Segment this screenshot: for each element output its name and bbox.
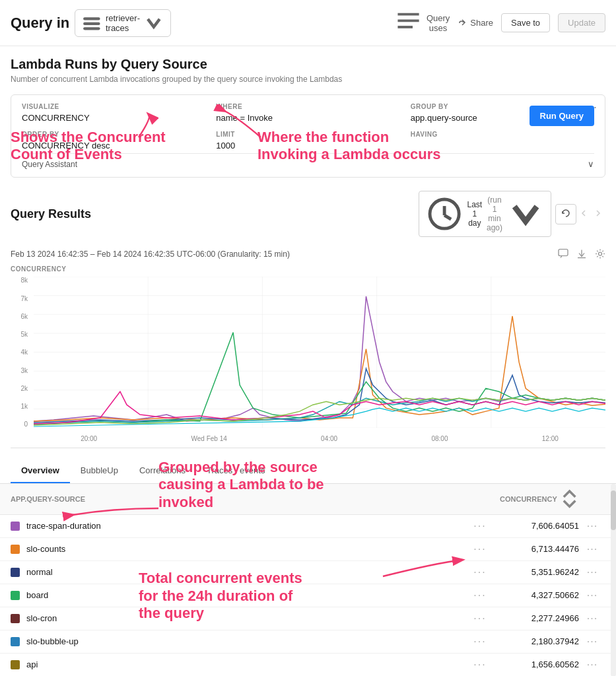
row-value-6: 1,656.60562	[500, 659, 579, 669]
time-range-label: Last 1 day	[467, 200, 482, 228]
share-button[interactable]: Share	[458, 18, 493, 28]
row-name-2: normal	[26, 567, 460, 577]
row-name-6: api	[26, 659, 460, 669]
svg-line-10	[444, 215, 451, 219]
row-dots-0: ···	[460, 520, 500, 532]
header: Query in retriever-traces	[0, 0, 616, 46]
results-title: Query Results	[11, 207, 419, 221]
row-color-1	[11, 545, 20, 554]
table-row: slo-cron ··· 2,277.24966 ···	[0, 607, 616, 630]
table-row: board ··· 4,327.50662 ···	[0, 584, 616, 607]
query-in-label: Query in	[11, 15, 69, 32]
row-value-1: 6,713.44476	[500, 544, 579, 554]
save-to-button[interactable]: Save to	[501, 13, 550, 32]
row-dots-4: ···	[460, 613, 500, 625]
y-label-5k: 5k	[20, 331, 28, 338]
dataset-icon	[82, 13, 102, 33]
row-value-0: 7,606.64051	[500, 521, 579, 531]
table-row: slo-bubble-up ··· 2,180.37942 ···	[0, 630, 616, 654]
row-name-3: board	[26, 590, 460, 600]
update-button[interactable]: Update	[558, 13, 605, 32]
header-right: Query uses Share Save to Update	[394, 8, 605, 38]
row-color-3	[11, 591, 20, 600]
row-name-4: slo-cron	[26, 613, 460, 623]
tab-correlations[interactable]: Correlations	[129, 459, 196, 483]
having-field: HAVING	[411, 131, 594, 151]
refresh-button[interactable]	[555, 204, 576, 224]
arrow-right-icon	[594, 209, 603, 218]
query-assistant-label: Query Assistant	[22, 160, 77, 169]
nav-left-button[interactable]	[576, 206, 591, 222]
row-actions-4[interactable]: ···	[579, 613, 605, 625]
dataset-name: retriever-traces	[106, 13, 140, 33]
list-icon	[394, 8, 423, 38]
row-value-5: 2,180.37942	[500, 636, 579, 646]
row-color-4	[11, 614, 20, 623]
svg-rect-2	[83, 27, 100, 30]
col-concurrency-header[interactable]: CONCURRENCY	[500, 489, 579, 508]
x-label-1200: 12:00	[542, 435, 559, 442]
scrollbar-thumb	[611, 490, 616, 530]
date-range: Feb 13 2024 16:42:35 – Feb 14 2024 16:42…	[11, 250, 290, 259]
run-query-button[interactable]: Run Query	[530, 106, 594, 126]
y-label-2k: 2k	[20, 385, 28, 392]
scrollbar[interactable]	[611, 484, 616, 676]
x-label-2000: 20:00	[81, 435, 97, 442]
y-axis: 8k 7k 6k 5k 4k 3k 2k 1k 0	[11, 277, 30, 428]
where-field: WHERE name = Invoke	[216, 103, 399, 123]
row-actions-0[interactable]: ···	[579, 520, 605, 532]
chart-inner	[34, 277, 605, 428]
row-color-5	[11, 637, 20, 646]
row-name-0: trace-span-duration	[26, 521, 460, 531]
arrow-left-icon	[579, 209, 588, 218]
tab-bubbleup[interactable]: BubbleUp	[70, 459, 129, 483]
download-icon[interactable]	[576, 248, 587, 260]
page-title: Lambda Runs by Query Source	[11, 57, 605, 72]
query-builder-row1: VISUALIZE CONCURRENCY WHERE name = Invok…	[22, 103, 594, 123]
svg-rect-0	[83, 17, 100, 20]
tab-overview[interactable]: Overview	[11, 459, 70, 483]
tab-traces-events[interactable]: Traces . events	[196, 459, 275, 483]
row-actions-5[interactable]: ···	[579, 636, 605, 648]
row-actions-6[interactable]: ···	[579, 659, 605, 671]
time-range-button[interactable]: Last 1 day (run 1 min ago)	[419, 191, 551, 237]
chevron-down-icon	[144, 13, 164, 33]
refresh-icon	[561, 209, 570, 218]
title-area: Lambda Runs by Query Source Number of co…	[0, 46, 616, 89]
visualize-field: VISUALIZE CONCURRENCY	[22, 103, 205, 123]
settings-icon[interactable]	[595, 248, 605, 260]
svg-rect-11	[559, 250, 568, 256]
table-row: trace-span-duration ··· 7,606.64051 ···	[0, 515, 616, 538]
table-row: api ··· 1,656.60562 ···	[0, 654, 616, 676]
table-header: app.query-source CONCURRENCY	[0, 484, 616, 514]
sort-icon	[560, 489, 579, 508]
comment-icon[interactable]	[558, 248, 568, 260]
svg-rect-1	[83, 22, 100, 24]
query-uses-button[interactable]: Query uses	[394, 8, 450, 38]
query-assistant-chevron[interactable]: ∨	[588, 159, 594, 169]
col-source-header: app.query-source	[11, 495, 460, 503]
x-axis: 20:00 Wed Feb 14 04:00 08:00 12:00	[34, 429, 605, 448]
table-row: slo-counts ··· 6,713.44476 ···	[0, 538, 616, 561]
chart-container: 8k 7k 6k 5k 4k 3k 2k 1k 0	[11, 277, 605, 448]
y-label-3k: 3k	[20, 367, 28, 374]
row-value-2: 5,351.96242	[500, 567, 579, 577]
page-subtitle: Number of concurrent Lambda invocations …	[11, 75, 605, 84]
results-header: Query Results Last 1 day (run 1 min ago)	[0, 183, 616, 245]
x-label-wed: Wed Feb 14	[191, 435, 227, 442]
results-meta-right	[558, 248, 605, 260]
row-color-2	[11, 568, 20, 577]
chart-label: CONCURRENCY	[11, 265, 605, 273]
header-left: Query in retriever-traces	[11, 9, 394, 37]
row-actions-3[interactable]: ···	[579, 590, 605, 601]
x-label-0800: 08:00	[431, 435, 448, 442]
row-actions-2[interactable]: ···	[579, 566, 605, 578]
nav-right-button[interactable]	[591, 206, 605, 222]
share-icon	[458, 18, 467, 28]
row-dots-1: ···	[460, 543, 500, 555]
row-name-1: slo-counts	[26, 544, 460, 554]
query-builder: ··· VISUALIZE CONCURRENCY WHERE name = I…	[11, 94, 605, 178]
tabs: Overview BubbleUp Correlations Traces . …	[0, 459, 616, 484]
dataset-badge[interactable]: retriever-traces	[75, 9, 170, 37]
row-actions-1[interactable]: ···	[579, 543, 605, 555]
